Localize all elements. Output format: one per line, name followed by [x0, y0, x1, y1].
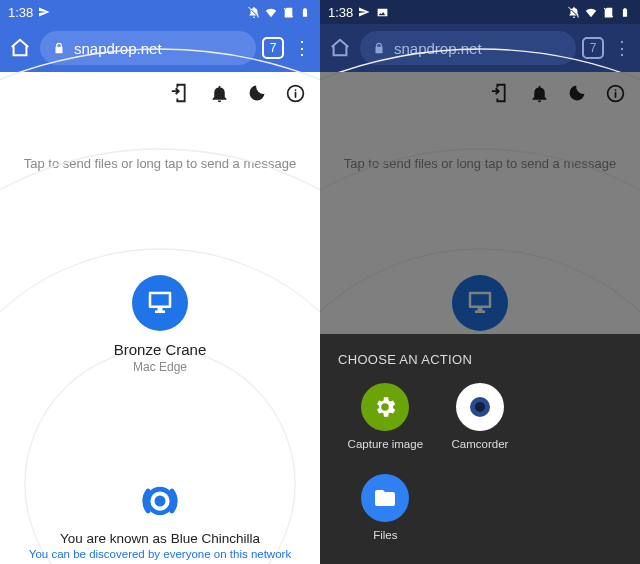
status-bar: 1:38 [0, 0, 320, 24]
peer-name: Bronze Crane [0, 341, 320, 358]
lock-icon [372, 41, 386, 55]
image-icon [375, 5, 389, 19]
home-button[interactable] [6, 34, 34, 62]
home-button[interactable] [326, 34, 354, 62]
peer-sub: Mac Edge [0, 360, 320, 374]
status-time: 1:38 [8, 5, 33, 20]
peer-device[interactable]: Bronze Crane Mac Edge [0, 275, 320, 374]
send-icon [357, 5, 371, 19]
files-icon [361, 474, 409, 522]
peer-avatar [132, 275, 188, 331]
svg-point-6 [155, 496, 166, 507]
bell-mute-icon [247, 5, 261, 19]
bell-mute-icon [567, 5, 581, 19]
action-files[interactable]: Files [338, 474, 433, 542]
action-label: Capture image [348, 437, 423, 451]
capture-image-icon [361, 383, 409, 431]
known-as-text: You are known as Blue Chinchilla [0, 531, 320, 546]
moon-icon[interactable] [246, 82, 268, 104]
chrome-toolbar: snapdrop.net 7 ⋮ [320, 24, 640, 72]
discover-text[interactable]: You can be discovered by everyone on thi… [0, 548, 320, 560]
snapdrop-logo-icon [138, 479, 182, 523]
info-icon[interactable] [284, 82, 306, 104]
chrome-toolbar: snapdrop.net 7 ⋮ [0, 24, 320, 72]
url-bar[interactable]: snapdrop.net [360, 31, 576, 65]
tab-switcher[interactable]: 7 [582, 37, 604, 59]
url-text: snapdrop.net [74, 40, 162, 57]
status-time: 1:38 [328, 5, 353, 20]
sheet-title: CHOOSE AN ACTION [338, 352, 622, 367]
page-content: Tap to send files or long tap to send a … [320, 72, 640, 564]
page-content: Tap to send files or long tap to send a … [0, 72, 320, 564]
screen-right: 1:38 snapdrop.net 7 ⋮ [320, 0, 640, 564]
camcorder-icon [456, 383, 504, 431]
action-camcorder[interactable]: Camcorder [433, 383, 528, 451]
no-sim-icon [281, 5, 295, 19]
wifi-icon [264, 5, 278, 19]
action-label: Files [373, 528, 397, 542]
action-label: Camcorder [452, 437, 509, 451]
url-text: snapdrop.net [394, 40, 482, 57]
chrome-menu-button[interactable]: ⋮ [290, 34, 314, 62]
battery-icon [298, 5, 312, 19]
action-capture-image[interactable]: Capture image [338, 383, 433, 451]
status-bar: 1:38 [320, 0, 640, 24]
page-footer: You are known as Blue Chinchilla You can… [0, 479, 320, 560]
battery-icon [618, 5, 632, 19]
wifi-icon [584, 5, 598, 19]
screen-left: 1:38 snapdrop.net 7 ⋮ [0, 0, 320, 564]
url-bar[interactable]: snapdrop.net [40, 31, 256, 65]
hint-text: Tap to send files or long tap to send a … [0, 156, 320, 171]
install-icon[interactable] [170, 82, 192, 104]
svg-point-15 [475, 402, 485, 412]
no-sim-icon [601, 5, 615, 19]
lock-icon [52, 41, 66, 55]
send-icon [37, 5, 51, 19]
tab-switcher[interactable]: 7 [262, 37, 284, 59]
page-icon-row [0, 72, 320, 104]
action-sheet: CHOOSE AN ACTION Capture image Camcorder [320, 334, 640, 564]
chrome-menu-button[interactable]: ⋮ [610, 34, 634, 62]
bell-icon[interactable] [208, 82, 230, 104]
